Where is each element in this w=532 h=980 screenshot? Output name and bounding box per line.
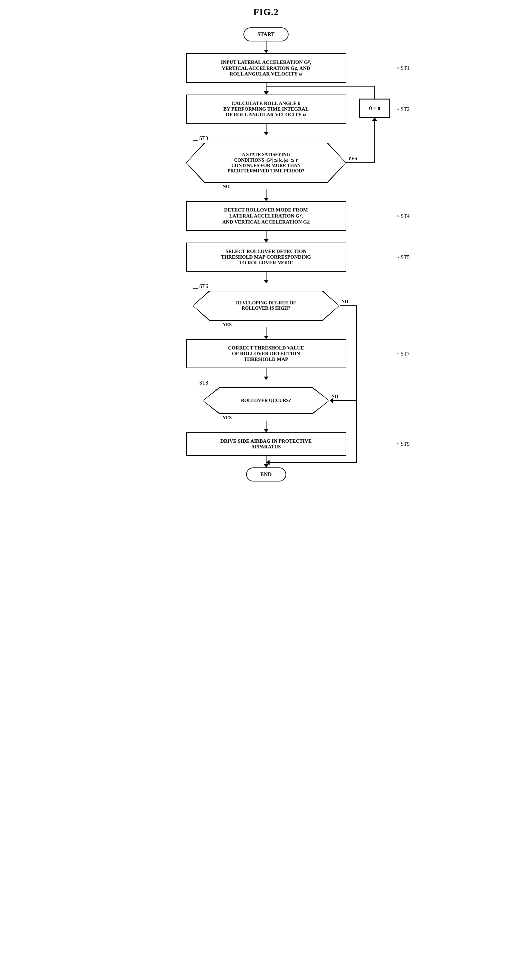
- arrow-1: [264, 41, 268, 53]
- st2-row: CALCULATE ROLL ANGLE θ BY PERFORMING TIM…: [149, 95, 383, 124]
- st8-yes-label: YES: [223, 415, 232, 421]
- arrow-7: [264, 328, 268, 339]
- st6-label-top: ⸏ ST6: [193, 283, 208, 290]
- end-row: END: [149, 468, 383, 482]
- st8-arrows: YES: [149, 414, 383, 421]
- st9-row: DRIVE SIDE AIRBAG IN PROTECTIVE APPARATU…: [149, 432, 383, 456]
- st3-section: ⸏ ST3 A STATE SATISFYING CONDITIONS |Gʸ|…: [149, 135, 383, 183]
- st7-process: CORRECT THRESHOLD VALUE OF ROLLOVER DETE…: [186, 339, 346, 368]
- st3-text: A STATE SATISFYING CONDITIONS |Gʸ| ≦ k, …: [203, 145, 330, 180]
- arrow-6: [264, 272, 268, 283]
- st8-label-top: ⸏ ST8: [193, 380, 208, 386]
- st3-arrows: NO: [149, 183, 383, 189]
- st5-row: SELECT ROLLOVER DETECTION THRESHOLD MAP …: [149, 243, 383, 272]
- st6-text: DEVELOPING DEGREE OF ROLLOVER IS HIGH?: [214, 295, 318, 317]
- st1-label: ~ ST1: [396, 65, 410, 71]
- st3-label-top: ⸏ ST3: [193, 135, 208, 142]
- arrow-9: [264, 421, 268, 432]
- arrow-8: [264, 368, 268, 380]
- st2-process: CALCULATE ROLL ANGLE θ BY PERFORMING TIM…: [186, 95, 346, 124]
- st9-label: ~ ST9: [396, 441, 410, 447]
- st5-label: ~ ST5: [396, 254, 410, 260]
- st8-decision: ROLLOVER OCCURS?: [203, 387, 330, 414]
- st9-process: DRIVE SIDE AIRBAG IN PROTECTIVE APPARATU…: [186, 432, 346, 456]
- st6-arrows: YES: [149, 321, 383, 328]
- st7-label: ~ ST7: [396, 351, 410, 357]
- arrow-3: [264, 124, 268, 135]
- figure-title: FIG.2: [254, 7, 279, 18]
- flowchart: START INPUT LATERAL ACCELERATION Gʸ, VER…: [149, 27, 383, 482]
- st8-text: ROLLOVER OCCURS?: [221, 393, 311, 409]
- st4-label: ~ ST4: [396, 213, 410, 219]
- st4-process: DETECT ROLLOVER MODE FROM LATERAL ACCELE…: [186, 201, 346, 231]
- st6-section: ⸏ ST6 DEVELOPING DEGREE OF ROLLOVER IS H…: [149, 283, 383, 321]
- start-terminal: START: [243, 27, 289, 41]
- arrow-10: [264, 456, 268, 468]
- st6-yes-label: YES: [223, 322, 232, 328]
- page: FIG.2 START INPUT LATERAL ACCELERATION G…: [133, 7, 400, 973]
- st1-row: INPUT LATERAL ACCELERATION Gʸ, VERTICAL …: [149, 53, 383, 83]
- arrow-5: [264, 231, 268, 243]
- st4-row: DETECT ROLLOVER MODE FROM LATERAL ACCELE…: [149, 201, 383, 231]
- st2-label: ~ ST2: [396, 106, 410, 112]
- st1-process: INPUT LATERAL ACCELERATION Gʸ, VERTICAL …: [186, 53, 346, 83]
- st8-section: ⸏ ST8 ROLLOVER OCCURS?: [149, 380, 383, 414]
- arrow-2: [264, 83, 268, 95]
- st3-decision: A STATE SATISFYING CONDITIONS |Gʸ| ≦ k, …: [186, 143, 346, 183]
- st5-process: SELECT ROLLOVER DETECTION THRESHOLD MAP …: [186, 243, 346, 272]
- st6-decision: DEVELOPING DEGREE OF ROLLOVER IS HIGH?: [193, 291, 340, 321]
- st3-no-label: NO: [223, 184, 230, 189]
- arrow-4: [264, 189, 268, 201]
- start-row: START: [149, 27, 383, 41]
- end-terminal: END: [246, 468, 286, 482]
- st7-row: CORRECT THRESHOLD VALUE OF ROLLOVER DETE…: [149, 339, 383, 368]
